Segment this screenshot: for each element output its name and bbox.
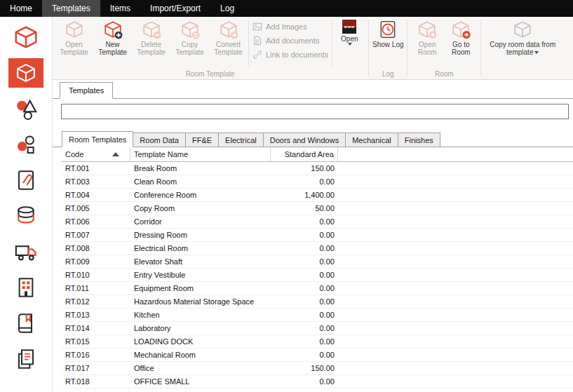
document-icon	[252, 36, 262, 46]
cell-code: RT.005	[62, 204, 130, 212]
table-row[interactable]: RT.008 Electrical Room 0.00	[62, 242, 573, 255]
sidebar-item-reports[interactable]	[8, 344, 43, 374]
sidebar-item-logistics[interactable]	[8, 237, 43, 266]
cell-name: Copy Room	[130, 204, 271, 212]
cell-code: RT.006	[62, 217, 130, 226]
ribbon-group-label: Log	[372, 69, 404, 79]
cell-name: Clean Room	[130, 177, 271, 186]
cube-icon	[65, 20, 84, 39]
table-row[interactable]: RT.004 Conference Room 1,400.00	[62, 189, 573, 202]
sidebar-item-components[interactable]	[8, 130, 43, 159]
document-tab-templates[interactable]: Templates	[60, 82, 113, 99]
menubar: Home Templates Items Import/Export Log	[0, 0, 573, 17]
ribbon-group-label	[484, 69, 561, 79]
sidebar-item-attachments[interactable]	[8, 165, 43, 195]
sort-ascending-icon	[112, 152, 119, 156]
delete-template-button[interactable]: Delete Template	[132, 18, 170, 69]
image-icon	[252, 22, 262, 32]
cell-area: 150.00	[271, 364, 338, 372]
www-open-button[interactable]: www Open	[333, 18, 365, 69]
cell-code: RT.014	[62, 324, 130, 332]
clock-icon	[378, 20, 398, 39]
sidebar-item-projects[interactable]	[8, 22, 43, 52]
table-row[interactable]: RT.006 Corridor 0.00	[62, 215, 573, 229]
cell-name: Break Room	[130, 164, 271, 173]
cell-code: RT.009	[62, 257, 130, 266]
cell-area: 0.00	[271, 244, 338, 252]
table-row[interactable]: RT.001 Break Room 150.00	[62, 162, 573, 175]
ribbon-group-copy-room-data: Copy room data from template	[482, 17, 563, 79]
column-header-template-name[interactable]: Template Name	[130, 147, 271, 161]
table-row[interactable]: RT.016 Mechanical Room 0.00	[62, 349, 573, 362]
table-row[interactable]: RT.005 Copy Room 50.00	[62, 202, 573, 215]
column-label: Template Name	[134, 150, 188, 158]
ribbon-group-room-template: Open Template New Template	[53, 17, 368, 79]
open-room-button[interactable]: Open Room	[410, 18, 444, 69]
sidebar-item-buildings[interactable]	[8, 273, 43, 302]
document-tab-row: Templates	[53, 80, 573, 99]
menu-templates[interactable]: Templates	[42, 0, 100, 17]
tab-mechanical[interactable]: Mechanical	[345, 133, 398, 147]
cell-area: 0.00	[271, 297, 338, 306]
cell-area: 0.00	[271, 177, 338, 186]
ribbon-group-room: Open Room Go to Room Room	[408, 17, 480, 79]
table-row[interactable]: RT.003 Clean Room 0.00	[62, 175, 573, 189]
attachment-icon	[15, 169, 37, 191]
table-row[interactable]: RT.017 Office 150.00	[62, 362, 573, 375]
cell-name: Equipment Room	[130, 284, 271, 292]
table-row[interactable]: RT.015 LOADING DOCK 0.00	[62, 335, 573, 349]
cell-area: 0.00	[271, 324, 338, 332]
cell-name: Electrical Room	[130, 244, 271, 252]
button-label: Link to documents	[266, 50, 328, 59]
menu-log[interactable]: Log	[210, 0, 244, 17]
column-header-standard-area[interactable]: Standard Area	[271, 147, 338, 161]
logistics-icon	[14, 240, 38, 264]
cell-name: Corridor	[130, 217, 271, 226]
tab-ffe[interactable]: FF&E	[185, 133, 219, 147]
filter-input[interactable]	[61, 104, 569, 119]
sidebar-item-finance[interactable]	[8, 201, 43, 231]
table-row[interactable]: RT.009 Elevator Shaft 0.00	[62, 255, 573, 269]
new-template-button[interactable]: New Template	[93, 18, 132, 69]
menu-items[interactable]: Items	[100, 0, 140, 17]
red-cube-icon	[13, 25, 39, 50]
table-row[interactable]: RT.011 Equipment Room 0.00	[62, 282, 573, 295]
table-row[interactable]: RT.014 Laboratory 0.00	[62, 322, 573, 335]
table-row[interactable]: RT.018 OFFICE SMALL 0.00	[62, 375, 573, 388]
tab-room-data[interactable]: Room Data	[133, 133, 186, 147]
cell-area: 0.00	[271, 337, 338, 346]
button-label: Open	[341, 35, 358, 43]
link-to-documents-button[interactable]: Link to documents	[252, 49, 328, 60]
open-template-button[interactable]: Open Template	[55, 18, 93, 69]
tab-electrical[interactable]: Electrical	[218, 133, 264, 147]
cell-area: 0.00	[271, 217, 338, 226]
tab-finishes[interactable]: Finishes	[398, 133, 440, 147]
convert-template-button[interactable]: Convert Template	[209, 18, 248, 69]
add-images-button[interactable]: Add Images	[252, 21, 328, 32]
ribbon-separator	[332, 20, 332, 67]
cell-code: RT.003	[62, 177, 130, 186]
copy-template-button[interactable]: Copy Template	[170, 18, 209, 69]
column-header-code[interactable]: Code	[62, 147, 130, 161]
cell-name: Kitchen	[130, 311, 271, 319]
table-row[interactable]: RT.012 Hazardous Material Storage Space …	[62, 295, 573, 309]
table-header: Code Template Name Standard Area	[62, 147, 573, 162]
ribbon-small-buttons: Add Images Add documents	[250, 18, 331, 69]
table-row[interactable]: RT.010 Entry Vestibule 0.00	[62, 269, 573, 282]
table-row[interactable]: RT.013 Kitchen 0.00	[62, 309, 573, 322]
menu-import-export[interactable]: Import/Export	[140, 0, 210, 17]
copy-room-data-button[interactable]: Copy room data from template	[484, 18, 561, 69]
sidebar-item-room-templates[interactable]	[8, 58, 43, 88]
tab-room-templates[interactable]: Room Templates	[62, 131, 133, 147]
tab-doors-and-windows[interactable]: Doors and Windows	[263, 133, 346, 147]
go-to-room-button[interactable]: Go to Room	[444, 18, 478, 69]
menu-home[interactable]: Home	[0, 0, 42, 17]
table-row[interactable]: RT.007 Dressing Room 0.00	[62, 229, 573, 242]
button-label: Copy room data from template	[484, 41, 561, 56]
sidebar-item-shapes[interactable]	[8, 94, 43, 123]
show-log-button[interactable]: Show Log	[372, 18, 404, 69]
sidebar-item-catalog[interactable]	[8, 309, 43, 338]
add-documents-button[interactable]: Add documents	[252, 35, 328, 46]
building-icon	[15, 276, 37, 299]
cell-code: RT.008	[62, 244, 130, 252]
